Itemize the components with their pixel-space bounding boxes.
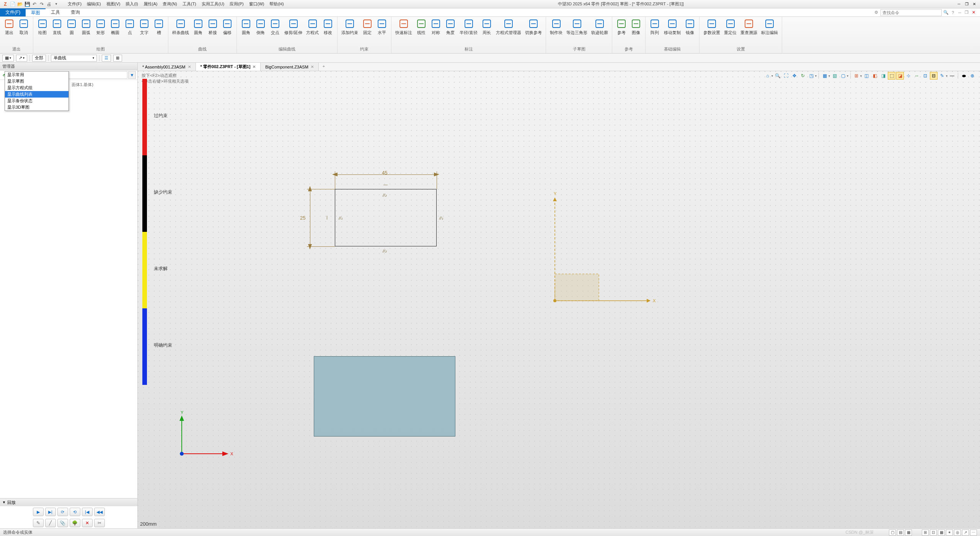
sb-layout2-icon[interactable]: ▤ (897, 529, 904, 536)
ribbon-button[interactable]: 圆角 (191, 18, 205, 46)
vt-grid1-icon[interactable]: ⊞ (853, 72, 860, 80)
play-back-icon[interactable]: ⟳ (57, 508, 68, 516)
save-icon[interactable]: 💾 (24, 1, 30, 7)
vt-drop[interactable]: ▾ (815, 74, 817, 78)
ribbon-button[interactable]: 重查溯源 (739, 18, 759, 46)
ribbon-button[interactable]: 镜像 (683, 18, 697, 46)
combo-icon-2[interactable]: ⊞ (113, 55, 122, 62)
qa-dropdown-icon[interactable]: ▼ (53, 1, 59, 7)
dropdown-item[interactable]: 显示备份状态 (5, 98, 68, 104)
vt-ref-icon[interactable]: ⊡ (921, 72, 929, 80)
menu-app[interactable]: 应用(P) (227, 0, 246, 8)
ribbon-button[interactable]: 直线 (50, 18, 64, 46)
ribbon-button[interactable]: 标注编辑 (760, 18, 779, 46)
play-end-fwd-icon[interactable]: ◀◀ (94, 508, 105, 516)
ribbon-button[interactable]: 等边三角形 (565, 18, 589, 46)
ribbon-button[interactable]: 椭圆 (108, 18, 122, 46)
ribbon-button[interactable]: 点 (123, 18, 137, 46)
ribbon-button[interactable]: 槽 (152, 18, 166, 46)
doc-tab-close-icon[interactable]: ✕ (253, 65, 256, 69)
menu-file[interactable]: 文件(F) (65, 0, 84, 8)
sb-more-icon[interactable]: ⋯ (970, 529, 977, 536)
doc-tab-add[interactable]: + (319, 63, 329, 71)
ribbon-button[interactable]: 半径/直径 (458, 18, 479, 46)
ribbon-button[interactable]: 偏移 (220, 18, 234, 46)
vt-plane-icon[interactable]: ◨ (879, 72, 887, 80)
inner-max-icon[interactable]: ❐ (964, 10, 969, 15)
sb-ortho-icon[interactable]: ⊞ (922, 529, 929, 536)
edit-tool-cut-icon[interactable]: ✂ (94, 519, 105, 527)
ribbon-button[interactable]: 对称 (429, 18, 443, 46)
dropdown-item[interactable]: 显示常用 (5, 72, 68, 78)
constraint-p1-right[interactable]: //₁ (439, 216, 443, 221)
ribbon-button[interactable]: 取消 (17, 18, 31, 46)
curve-filter-select[interactable]: 单曲线▾ (51, 55, 97, 62)
vt-const-icon[interactable]: ⊟ (930, 72, 938, 80)
ribbon-button[interactable]: 周长 (480, 18, 494, 46)
new-icon[interactable]: 📄 (10, 1, 16, 7)
combo-icon-1[interactable]: ☰ (102, 55, 111, 62)
ribbon-button[interactable]: 圆 (65, 18, 78, 46)
constraint-p2-bottom[interactable]: //₂ (383, 249, 386, 254)
sb-grid-icon[interactable]: ▦ (938, 529, 945, 536)
ribbon-tab-query[interactable]: 查询 (65, 8, 85, 16)
ribbon-button[interactable]: 圆角 (239, 18, 253, 46)
ribbon-button[interactable]: 阵列 (648, 18, 662, 46)
sb-polar-icon[interactable]: ✶ (946, 529, 953, 536)
vt-drop[interactable]: ▾ (828, 74, 830, 78)
search-icon[interactable]: 🔍 (943, 10, 949, 15)
constraint-p2-top[interactable]: //₂ (383, 193, 386, 198)
inner-close-icon[interactable]: ✕ (971, 10, 976, 15)
menu-util[interactable]: 实用工具(U) (199, 0, 227, 8)
constraint-vert[interactable]: | (326, 215, 328, 220)
app-icon[interactable]: Z (2, 1, 8, 7)
playback-header[interactable]: ▼ 回放 (0, 499, 137, 506)
ribbon-button[interactable]: 修剪/延伸 (283, 18, 304, 46)
ribbon-button[interactable]: 重定位 (722, 18, 738, 46)
layer-filter-icon[interactable]: ▦▾ (2, 55, 14, 62)
vt-shade1-icon[interactable]: ▦ (821, 72, 828, 80)
ribbon-button[interactable]: 图像 (629, 18, 643, 46)
ribbon-button[interactable]: 桥接 (206, 18, 220, 46)
restore-icon[interactable]: ❐ (963, 2, 970, 7)
open-icon[interactable]: 📂 (17, 1, 23, 7)
menu-attr[interactable]: 属性(A) (141, 0, 160, 8)
play-step-fwd-icon[interactable]: |◀ (82, 508, 93, 516)
dropdown-item[interactable]: 显示曲线列表 (5, 91, 68, 98)
edit-tool-delete-icon[interactable]: ✕ (82, 519, 93, 527)
menu-view[interactable]: 视图(V) (104, 0, 123, 8)
vt-ellipse-icon[interactable]: ⬬ (960, 72, 968, 80)
ribbon-button[interactable]: 方程式 (305, 18, 320, 46)
constraint-p1-left[interactable]: //₁ (339, 216, 342, 221)
menu-tools[interactable]: 工具(T) (180, 0, 199, 8)
redo-icon[interactable]: ↷ (39, 1, 45, 7)
inner-min-icon[interactable]: ─ (957, 10, 962, 15)
menu-window[interactable]: 窗口(W) (247, 0, 267, 8)
vt-norm-icon[interactable]: ◧ (871, 72, 879, 80)
ribbon-button[interactable]: 移改 (321, 18, 335, 46)
gear-icon[interactable]: ⚙ (874, 10, 879, 15)
ribbon-tab-tools[interactable]: 工具 (46, 8, 65, 16)
vt-fit-icon[interactable]: ⛶ (782, 72, 790, 80)
display-mode-dropdown[interactable]: 显示常用显示草图显示方程式组显示曲线列表显示备份状态显示3D草图 (5, 71, 69, 111)
dim-height-value[interactable]: 25 (300, 215, 305, 221)
ribbon-button[interactable]: 线性 (414, 18, 428, 46)
edit-tool-tree-icon[interactable]: 🌳 (70, 519, 80, 527)
ribbon-button[interactable]: 参考 (615, 18, 628, 46)
ribbon-button[interactable]: 退出 (2, 18, 16, 46)
sb-layout1-icon[interactable]: ▢ (889, 529, 896, 536)
constraint-dash[interactable]: — (383, 182, 388, 187)
sb-layout3-icon[interactable]: ▦ (905, 529, 912, 536)
dropdown-item[interactable]: 显示草图 (5, 78, 68, 85)
document-tab[interactable]: * 零件002.Z3PRT - [草图1]✕ (196, 63, 261, 71)
tree-search-input[interactable] (62, 71, 127, 79)
vt-rotate-icon[interactable]: ↻ (799, 72, 807, 80)
ribbon-button[interactable]: 切换参考 (523, 18, 543, 46)
vt-drop[interactable]: ▾ (847, 74, 848, 78)
doc-tab-close-icon[interactable]: ✕ (188, 65, 191, 69)
vt-wire-icon[interactable]: ▢ (839, 72, 847, 80)
vt-csys-icon[interactable]: ⊹ (905, 72, 912, 80)
ribbon-button[interactable]: 圆弧 (79, 18, 93, 46)
sb-osnap-icon[interactable]: ◎ (954, 529, 961, 536)
vt-home-icon[interactable]: ⌂ (764, 72, 771, 80)
